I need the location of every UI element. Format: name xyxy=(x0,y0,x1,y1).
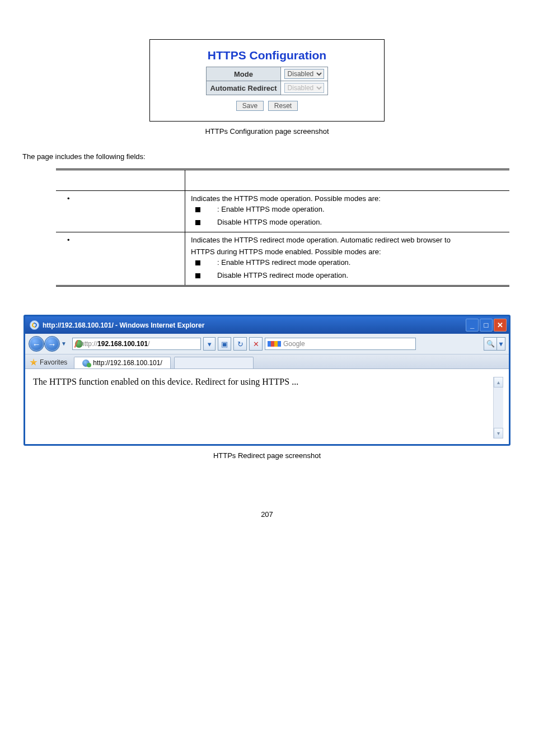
redirect-select: Disabled xyxy=(284,83,324,93)
ie-toolbar: ← → ▼ http://192.168.100.101/ ▾ ▣ ↻ ✕ Go… xyxy=(25,334,509,354)
address-bar[interactable]: http://192.168.100.101/ xyxy=(72,338,201,350)
redirect-label: Automatic Redirect xyxy=(207,81,280,95)
redirect-message: The HTTPS function enabled on this devic… xyxy=(33,377,493,438)
field-2-lead2: HTTPS during HTTPS mode enabled. Possibl… xyxy=(191,244,504,256)
address-dropdown-icon[interactable]: ▾ xyxy=(203,337,216,351)
figure-caption-1: HTTPs Configuration page screenshot xyxy=(22,127,512,136)
forward-icon[interactable]: → xyxy=(44,336,60,352)
new-tab[interactable] xyxy=(174,357,254,368)
favorites-button[interactable]: Favorites xyxy=(29,357,71,368)
https-config-panel: HTTPS Configuration Mode Disabled Automa… xyxy=(149,39,385,122)
google-icon xyxy=(268,341,281,347)
address-text: http://192.168.100.101/ xyxy=(81,340,149,348)
scroll-down-icon[interactable]: ▾ xyxy=(494,428,503,438)
search-box[interactable]: Google xyxy=(265,338,416,350)
active-tab[interactable]: http://192.168.100.101/ xyxy=(74,357,170,368)
ie-window: http://192.168.100.101/ - Windows Intern… xyxy=(24,315,510,446)
scroll-up-icon[interactable]: ▴ xyxy=(494,377,503,388)
field-1-bullet-2: Disable HTTPS mode operation. xyxy=(191,216,504,228)
field-1-lead: Indicates the HTTPS mode operation. Poss… xyxy=(191,194,504,203)
intro-text: The page includes the following fields: xyxy=(22,152,512,161)
page-content-area: The HTTPS function enabled on this devic… xyxy=(25,369,509,444)
field-2-lead: Indicates the HTTPS redirect mode operat… xyxy=(191,236,504,244)
nav-history-dropdown-icon[interactable]: ▼ xyxy=(60,336,68,351)
maximize-icon[interactable]: □ xyxy=(480,319,493,332)
ie-titlebar: http://192.168.100.101/ - Windows Intern… xyxy=(25,316,509,334)
search-placeholder: Google xyxy=(283,340,305,348)
fields-table: • Indicates the HTTPS mode operation. Po… xyxy=(56,169,509,287)
panel-title: HTTPS Configuration xyxy=(157,49,377,62)
close-icon[interactable]: ✕ xyxy=(494,319,507,332)
tab-label: http://192.168.100.101/ xyxy=(93,359,162,367)
mode-label: Mode xyxy=(207,67,280,81)
save-button[interactable]: Save xyxy=(236,101,264,111)
page-number: 207 xyxy=(22,510,512,519)
star-icon xyxy=(30,358,38,366)
minimize-icon[interactable]: _ xyxy=(466,319,479,332)
field-2-bullet-1: : Enable HTTPS redirect mode operation. xyxy=(191,256,504,269)
mode-select[interactable]: Disabled xyxy=(284,69,324,79)
search-dropdown-icon[interactable]: ▾ xyxy=(497,337,505,351)
search-icon[interactable]: 🔍 xyxy=(484,337,497,351)
field-row-2-label: • xyxy=(56,232,185,286)
tab-favicon-icon xyxy=(82,360,90,367)
window-title: http://192.168.100.101/ - Windows Intern… xyxy=(43,321,204,329)
compat-view-icon[interactable]: ▣ xyxy=(218,337,231,351)
back-icon[interactable]: ← xyxy=(29,336,44,352)
field-1-bullet-1: : Enable HTTPS mode operation. xyxy=(191,203,504,216)
config-table: Mode Disabled Automatic Redirect Disable… xyxy=(206,67,327,95)
ie-tabs-row: Favorites http://192.168.100.101/ xyxy=(25,354,509,369)
field-2-bullet-2: Disable HTTPS redirect mode operation. xyxy=(191,269,504,282)
stop-icon[interactable]: ✕ xyxy=(249,337,263,351)
ie-logo-icon xyxy=(30,320,39,330)
vertical-scrollbar[interactable]: ▴ ▾ xyxy=(493,377,503,438)
field-row-1-label: • xyxy=(56,191,185,232)
refresh-icon[interactable]: ↻ xyxy=(233,337,247,351)
reset-button[interactable]: Reset xyxy=(268,101,298,111)
figure-caption-2: HTTPs Redirect page screenshot xyxy=(22,451,512,460)
